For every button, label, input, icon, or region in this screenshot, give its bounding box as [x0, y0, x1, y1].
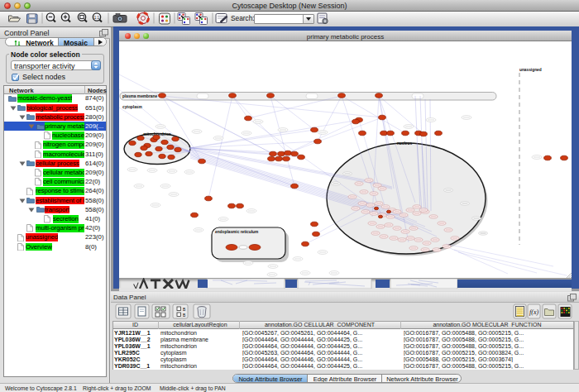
svg-text:1:1: 1:1 [94, 16, 100, 20]
svg-text:endoplasmic reticulum: endoplasmic reticulum [215, 230, 258, 234]
svg-text:f(x): f(x) [529, 308, 538, 316]
svg-text:unassigned: unassigned [519, 68, 542, 72]
svg-text:nucleus: nucleus [397, 141, 412, 146]
svg-text:cytoplasm: cytoplasm [122, 105, 142, 109]
svg-text:Search:: Search: [231, 14, 255, 22]
